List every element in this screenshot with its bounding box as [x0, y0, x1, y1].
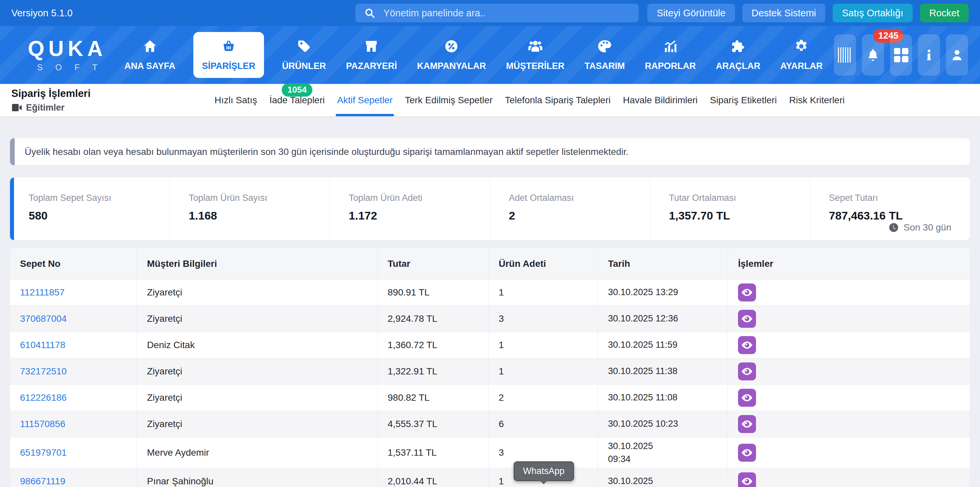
carts-table: Sepet No Müşteri Bilgileri Tutar Ürün Ad… [10, 248, 970, 487]
eye-icon [741, 365, 753, 378]
cart-number-link[interactable]: 610411178 [20, 340, 65, 351]
stat-label: Sepet Tutarı [829, 193, 970, 203]
search-box[interactable] [355, 4, 639, 22]
trainings-link[interactable]: Eğitimler [11, 103, 91, 113]
nav-item-kampanyalar[interactable]: KAMPANYALAR [415, 32, 488, 78]
period-text: Son 30 gün [904, 222, 951, 233]
view-cart-button[interactable] [738, 472, 756, 487]
rocket-button[interactable]: Rocket [920, 4, 969, 22]
main-navbar: QUKA SOFT ANA SAYFA SİPARİŞLER [0, 26, 980, 84]
clock-icon [888, 222, 899, 233]
nav-item-label: KAMPANYALAR [417, 61, 486, 71]
nav-item-urunler[interactable]: ÜRÜNLER [280, 32, 328, 78]
tab-iade-talepleri[interactable]: 1054 İade Talepleri [269, 84, 325, 116]
table-row: 111570856 Ziyaretçi 4,555.37 TL 6 30.10.… [10, 411, 970, 437]
view-cart-button[interactable] [738, 310, 756, 328]
topbar-buttons: Siteyi Görüntüle Destek Sistemi Satış Or… [648, 4, 969, 22]
cart-number-link[interactable]: 986671119 [20, 476, 65, 487]
cart-number-link[interactable]: 112111857 [20, 287, 65, 298]
nav-item-pazaryeri[interactable]: PAZARYERİ [344, 32, 399, 78]
whatsapp-tooltip: WhatsApp [514, 462, 574, 481]
nav-item-musteriler[interactable]: MÜŞTERİLER [504, 32, 567, 78]
version-label: Versiyon 5.1.0 [11, 8, 73, 19]
logo-text: QUKA [12, 38, 123, 59]
stat-value: 1.172 [348, 209, 490, 222]
stat-total-carts: Toplam Sepet Sayısı 580 [10, 178, 170, 240]
col-urun-adeti: Ürün Adeti [488, 248, 598, 279]
qty-cell: 1 [488, 359, 598, 384]
amount-cell: 4,555.37 TL [377, 411, 488, 437]
amount-cell: 1,322.91 TL [377, 359, 488, 384]
nav-item-tasarim[interactable]: TASARIM [582, 32, 627, 78]
eye-icon [741, 287, 753, 298]
view-cart-button[interactable] [738, 444, 756, 462]
search-input[interactable] [383, 8, 630, 19]
nav-item-siparisler[interactable]: SİPARİŞLER [193, 32, 264, 78]
col-tutar: Tutar [377, 248, 488, 279]
tab-telefonla-siparis-talepleri[interactable]: Telefonla Sipariş Talepleri [505, 84, 611, 116]
gear-icon [794, 39, 809, 56]
tab-havale-bildirimleri[interactable]: Havale Bildirimleri [623, 84, 698, 116]
sales-partnership-button[interactable]: Satış Ortaklığı [833, 4, 913, 22]
apps-button[interactable] [890, 34, 912, 76]
user-icon [950, 48, 964, 62]
customer-cell: Ziyaretçi [137, 279, 377, 305]
stat-label: Toplam Sepet Sayısı [29, 193, 170, 203]
nav-item-ayarlar[interactable]: AYARLAR [778, 32, 825, 78]
tab-hizli-satis[interactable]: Hızlı Satış [215, 84, 257, 116]
barcode-button[interactable] [834, 34, 856, 76]
tab-label: Havale Bildirimleri [623, 95, 698, 106]
tab-aktif-sepetler[interactable]: Aktif Sepetler [337, 84, 393, 116]
search-icon [364, 7, 375, 19]
support-system-button[interactable]: Destek Sistemi [742, 4, 825, 22]
cart-number-link[interactable]: 111570856 [20, 419, 65, 429]
customer-cell: Ziyaretçi [137, 306, 377, 332]
col-islemler: İşlemler [728, 248, 970, 279]
stat-label: Toplam Ürün Sayısı [189, 193, 330, 203]
nav-item-araclar[interactable]: ARAÇLAR [714, 32, 762, 78]
tab-risk-kriterleri[interactable]: Risk Kriterleri [789, 84, 845, 116]
tab-label: Risk Kriterleri [789, 95, 845, 106]
nav-item-raporlar[interactable]: RAPORLAR [643, 32, 698, 78]
palette-icon [597, 39, 612, 56]
main-menu: ANA SAYFA SİPARİŞLER ÜRÜNLER PAZARYE [123, 32, 825, 78]
cart-number-link[interactable]: 732172510 [20, 366, 67, 377]
navbar-icon-buttons: 1245 [834, 34, 968, 76]
info-banner: Üyelik hesabı olan veya hesabı bulunmaya… [10, 138, 970, 165]
notifications-button[interactable]: 1245 [862, 34, 884, 76]
customer-cell: Merve Aydemir [137, 437, 377, 468]
tab-label: Aktif Sepetler [337, 95, 393, 106]
period-label: Son 30 gün [888, 222, 951, 233]
view-site-button[interactable]: Siteyi Görüntüle [648, 4, 735, 22]
amount-cell: 2,010.44 TL [377, 468, 488, 487]
view-cart-button[interactable] [738, 336, 756, 354]
table-header: Sepet No Müşteri Bilgileri Tutar Ürün Ad… [10, 248, 970, 279]
view-cart-button[interactable] [738, 284, 756, 301]
customer-cell: Ziyaretçi [137, 359, 377, 384]
info-button[interactable] [918, 34, 940, 76]
cart-number-link[interactable]: 612226186 [20, 392, 67, 403]
eye-icon [741, 447, 753, 459]
logo[interactable]: QUKA SOFT [12, 38, 123, 72]
cart-number-link[interactable]: 370687004 [20, 314, 67, 324]
cart-number-link[interactable]: 651979701 [20, 447, 67, 458]
profile-button[interactable] [946, 34, 968, 76]
stats-card: Toplam Sepet Sayısı 580 Toplam Ürün Sayı… [10, 178, 970, 240]
view-cart-button[interactable] [738, 362, 756, 381]
eye-icon [741, 392, 753, 404]
col-tarih: Tarih [598, 248, 728, 279]
view-cart-button[interactable] [738, 415, 756, 433]
amount-cell: 1,360.72 TL [377, 332, 488, 358]
amount-cell: 2,924.78 TL [377, 306, 488, 332]
nav-item-label: SİPARİŞLER [202, 61, 255, 71]
customer-cell: Ziyaretçi [137, 411, 377, 437]
tab-siparis-etiketleri[interactable]: Sipariş Etiketleri [710, 84, 777, 116]
logo-subtext: SOFT [12, 63, 123, 72]
date-cell: 30.10.2025 10:23 [598, 411, 728, 437]
puzzle-icon [730, 39, 746, 56]
tab-terk-edilmis-sepetler[interactable]: Terk Edilmiş Sepetler [405, 84, 493, 116]
view-cart-button[interactable] [738, 389, 756, 407]
nav-item-ana-sayfa[interactable]: ANA SAYFA [123, 32, 177, 78]
content-area: Üyelik hesabı olan veya hesabı bulunmaya… [0, 138, 980, 487]
info-icon [922, 48, 936, 62]
